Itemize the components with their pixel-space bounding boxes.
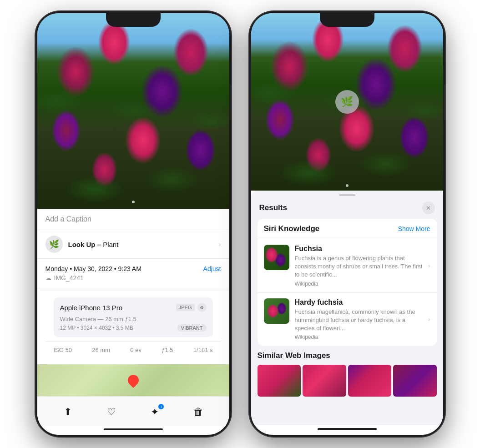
fuchsia-content: Fuchsia Fuchsia is a genus of flowering … bbox=[295, 245, 423, 287]
fuchsia-source: Wikipedia bbox=[295, 281, 423, 287]
siri-knowledge-section: Siri Knowledge Show More Fuchsia Fuchsia… bbox=[258, 219, 437, 346]
similar-image-4[interactable] bbox=[393, 365, 437, 397]
sparkle-icon: ✦ bbox=[151, 406, 159, 418]
knowledge-item-hardy-fuchsia[interactable]: Hardy fuchsia Fuchsia magellanica, commo… bbox=[258, 292, 437, 346]
close-button[interactable]: ✕ bbox=[422, 201, 435, 214]
lookup-label: Look Up – Plant bbox=[68, 241, 119, 248]
exif-row: ISO 50 26 mm 0 ev ƒ1.5 1/181 s bbox=[45, 342, 221, 358]
results-title: Results bbox=[259, 203, 287, 212]
photo-area[interactable] bbox=[37, 13, 229, 209]
leaf-icon: 🌿 bbox=[49, 239, 59, 249]
knowledge-item-fuchsia[interactable]: Fuchsia Fuchsia is a genus of flowering … bbox=[258, 239, 437, 292]
left-phone: Add a Caption 🌿 Look Up – Plant › Monday… bbox=[35, 11, 231, 437]
iso-value: ISO 50 bbox=[54, 347, 72, 353]
focal-length: 26 mm bbox=[92, 347, 110, 353]
siri-header: Siri Knowledge Show More bbox=[258, 219, 437, 239]
lookup-row[interactable]: 🌿 Look Up – Plant › bbox=[37, 230, 229, 259]
similar-image-2[interactable] bbox=[303, 365, 346, 397]
hardy-fuchsia-source: Wikipedia bbox=[295, 334, 423, 340]
home-indicator bbox=[104, 428, 163, 430]
results-header: Results ✕ bbox=[251, 196, 443, 219]
page-indicator-dot bbox=[132, 201, 135, 203]
lookup-icon-circle: 🌿 bbox=[45, 236, 63, 253]
similar-web-images-section: Similar Web Images bbox=[258, 351, 437, 397]
fuchsia-description: Fuchsia is a genus of flowering plants t… bbox=[295, 254, 423, 279]
aperture-value: ƒ1.5 bbox=[162, 347, 173, 353]
device-section: Apple iPhone 13 Pro JPEG ⚙ Wide Camera —… bbox=[54, 297, 213, 337]
show-more-button[interactable]: Show More bbox=[398, 225, 430, 232]
file-specs: 12 MP • 3024 × 4032 • 3.5 MB bbox=[60, 325, 133, 331]
leaf-lookup-icon: 🌿 bbox=[341, 96, 353, 108]
results-sheet: Results ✕ Siri Knowledge Show More Fuchs… bbox=[251, 191, 443, 425]
similar-image-3[interactable] bbox=[348, 365, 392, 397]
device-section-wrapper: Apple iPhone 13 Pro JPEG ⚙ Wide Camera —… bbox=[37, 288, 229, 362]
hardy-fuchsia-content: Hardy fuchsia Fuchsia magellanica, commo… bbox=[295, 298, 423, 341]
right-page-dot bbox=[346, 184, 349, 187]
device-row: Apple iPhone 13 Pro JPEG ⚙ bbox=[60, 303, 207, 312]
file-name: IMG_4241 bbox=[54, 274, 84, 282]
similar-image-1[interactable] bbox=[258, 365, 301, 397]
device-name: Apple iPhone 13 Pro bbox=[60, 304, 123, 312]
share-icon: ⬆ bbox=[64, 406, 72, 418]
hardy-fuchsia-thumbnail bbox=[264, 298, 289, 324]
cloud-icon: ☁ bbox=[45, 275, 51, 282]
hardy-fuchsia-name: Hardy fuchsia bbox=[295, 298, 423, 307]
ev-value: 0 ev bbox=[130, 347, 141, 353]
fuchsia-thumbnail bbox=[264, 245, 289, 270]
left-screen: Add a Caption 🌿 Look Up – Plant › Monday… bbox=[37, 13, 229, 435]
right-screen: 🌿 Results ✕ Siri Knowledge Show More bbox=[251, 13, 443, 435]
leaf-overlay bbox=[37, 13, 229, 209]
share-button[interactable]: ⬆ bbox=[58, 402, 78, 422]
right-home-indicator bbox=[318, 428, 377, 430]
caption-area[interactable]: Add a Caption bbox=[37, 209, 229, 230]
meta-file: ☁ IMG_4241 bbox=[45, 274, 221, 282]
similar-images-grid bbox=[258, 365, 437, 397]
vibrant-badge: VIBRANT bbox=[177, 324, 207, 332]
caption-placeholder[interactable]: Add a Caption bbox=[45, 215, 91, 223]
meta-row: Monday • May 30, 2022 • 9:23 AM Adjust bbox=[45, 265, 221, 272]
hardy-fuchsia-chevron-icon: › bbox=[428, 316, 430, 323]
fuchsia-chevron-icon: › bbox=[428, 262, 430, 269]
photo-date: Monday • May 30, 2022 • 9:23 AM bbox=[45, 265, 141, 272]
fuchsia-name: Fuchsia bbox=[295, 245, 423, 253]
favorite-button[interactable]: ♡ bbox=[101, 402, 121, 422]
right-photo-area: 🌿 bbox=[251, 13, 443, 191]
lookup-chevron-icon: › bbox=[219, 241, 221, 248]
hardy-fuchsia-description: Fuchsia magellanica, commonly known as t… bbox=[295, 308, 423, 333]
shutter-speed: 1/181 s bbox=[193, 347, 213, 353]
siri-knowledge-title: Siri Knowledge bbox=[264, 224, 320, 233]
info-button[interactable]: ✦ i bbox=[145, 402, 165, 422]
right-phone: 🌿 Results ✕ Siri Knowledge Show More bbox=[249, 11, 445, 437]
delete-button[interactable]: 🗑 bbox=[188, 402, 208, 422]
heart-icon: ♡ bbox=[107, 406, 116, 418]
camera-specs: Wide Camera — 26 mm ƒ1.5 bbox=[60, 316, 207, 322]
jpeg-badge: JPEG bbox=[176, 304, 195, 311]
visual-lookup-button[interactable]: 🌿 bbox=[335, 90, 359, 114]
info-badge: i bbox=[158, 404, 164, 409]
similar-web-images-title: Similar Web Images bbox=[258, 351, 437, 360]
gear-icon: ⚙ bbox=[197, 303, 207, 312]
meta-section: Monday • May 30, 2022 • 9:23 AM Adjust ☁… bbox=[37, 259, 229, 288]
badges: JPEG ⚙ bbox=[176, 303, 207, 312]
map-preview[interactable] bbox=[37, 364, 229, 396]
bottom-toolbar: ⬆ ♡ ✦ i 🗑 bbox=[37, 396, 229, 426]
file-specs-row: 12 MP • 3024 × 4032 • 3.5 MB VIBRANT bbox=[60, 324, 207, 332]
adjust-button[interactable]: Adjust bbox=[203, 265, 221, 272]
trash-icon: 🗑 bbox=[193, 406, 203, 418]
